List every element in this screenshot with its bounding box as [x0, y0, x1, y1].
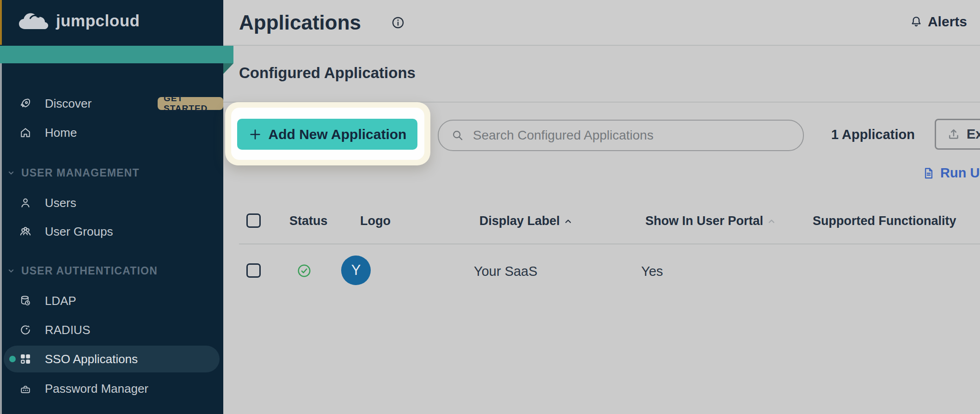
add-new-application-button[interactable]: Add New Application — [237, 119, 417, 150]
info-icon[interactable] — [391, 15, 405, 30]
password-keypad-icon — [18, 382, 32, 396]
sidebar-item-label: RADIUS — [45, 323, 90, 337]
cloud-logo-icon — [17, 10, 51, 31]
logo-wordmark: jumpcloud — [56, 12, 140, 30]
section-title: Configured Applications — [239, 64, 416, 82]
sidebar: jumpcloud Discover GET STARTED Ho — [0, 0, 223, 414]
sidebar-item-label: Home — [45, 126, 77, 140]
section-label: USER MANAGEMENT — [21, 167, 140, 179]
cell-show-in-user-portal: Yes — [641, 264, 663, 279]
sidebar-item-label: SSO Applications — [45, 352, 138, 366]
jumpcloud-admin-console: jumpcloud Discover GET STARTED Ho — [0, 0, 980, 414]
sidebar-section-user-authentication[interactable]: USER AUTHENTICATION — [0, 263, 223, 279]
alerts-button[interactable]: Alerts — [909, 14, 967, 30]
bell-icon — [909, 15, 923, 29]
home-icon — [18, 126, 32, 140]
database-clock-icon — [18, 294, 32, 308]
get-started-badge[interactable]: GET STARTED — [158, 97, 223, 110]
export-label: Ex — [967, 127, 980, 142]
grid-apps-icon — [18, 352, 32, 366]
sidebar-item-label: Discover — [45, 97, 92, 111]
search-input[interactable] — [472, 128, 794, 143]
select-all-checkbox[interactable] — [246, 213, 261, 228]
chevron-down-icon — [6, 168, 16, 177]
app-logo-avatar: Y — [341, 256, 371, 285]
column-header-show-in-user-portal[interactable]: Show In User Portal — [645, 214, 777, 228]
row-checkbox[interactable] — [246, 263, 261, 278]
rocket-icon — [18, 97, 32, 110]
sidebar-item-password-manager[interactable]: Password Manager — [0, 380, 223, 397]
column-header-display-label[interactable]: Display Label — [479, 214, 574, 228]
sidebar-item-label: Password Manager — [45, 382, 148, 396]
page-header: Applications Alerts — [223, 0, 980, 46]
column-header-label: Show In User Portal — [645, 214, 763, 228]
sort-ascending-icon — [563, 216, 574, 227]
export-button[interactable]: Ex — [935, 119, 980, 150]
alerts-label: Alerts — [928, 14, 967, 30]
column-header-label: Display Label — [479, 214, 560, 228]
radius-gauge-icon — [18, 323, 32, 337]
sidebar-item-sso-applications[interactable]: SSO Applications — [0, 350, 223, 368]
sidebar-item-user-groups[interactable]: User Groups — [0, 223, 223, 240]
status-active-check-icon — [296, 262, 312, 279]
sidebar-item-label: LDAP — [45, 294, 76, 308]
chevron-down-icon — [6, 266, 16, 275]
run-users-report-label: Run Us — [940, 165, 980, 181]
add-new-application-label: Add New Application — [269, 127, 407, 142]
section-label: USER AUTHENTICATION — [21, 265, 158, 277]
sidebar-item-home[interactable]: Home — [0, 124, 223, 141]
column-header-supported-functionality[interactable]: Supported Functionality — [813, 214, 956, 228]
plus-icon — [248, 128, 262, 141]
page-title: Applications — [239, 11, 361, 34]
document-icon — [922, 166, 936, 180]
sidebar-section-user-management[interactable]: USER MANAGEMENT — [0, 165, 223, 181]
sort-inactive-icon — [766, 216, 777, 227]
sidebar-item-ldap[interactable]: LDAP — [0, 292, 223, 310]
run-users-report-link[interactable]: Run Us — [922, 165, 980, 181]
table-header-divider — [239, 244, 980, 244]
user-group-icon — [18, 225, 32, 238]
teal-ribbon-fold — [223, 63, 233, 74]
column-header-status[interactable]: Status — [289, 214, 328, 228]
search-icon — [451, 128, 465, 142]
column-header-logo[interactable]: Logo — [360, 214, 391, 228]
application-count: 1 Application — [831, 127, 915, 142]
tutorial-spotlight: Add New Application — [225, 102, 430, 165]
export-upload-icon — [946, 127, 961, 142]
jumpcloud-logo: jumpcloud — [17, 10, 140, 31]
user-icon — [18, 196, 32, 210]
search-box — [438, 120, 804, 151]
cell-display-label: Your SaaS — [474, 264, 538, 279]
sidebar-item-users[interactable]: Users — [0, 194, 223, 212]
sidebar-item-label: Users — [45, 196, 76, 210]
teal-ribbon — [0, 46, 233, 63]
sidebar-item-label: User Groups — [45, 225, 113, 239]
window-edge-gold — [0, 0, 2, 45]
window-edge-grey — [0, 63, 2, 414]
sidebar-item-radius[interactable]: RADIUS — [0, 321, 223, 339]
